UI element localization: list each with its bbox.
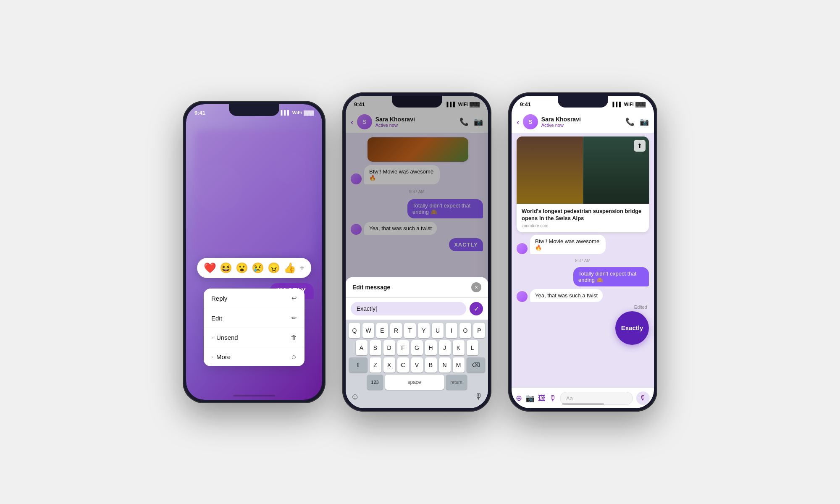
key-backspace[interactable]: ⌫	[467, 357, 485, 373]
camera-icon[interactable]: 📷	[525, 394, 535, 403]
small-avatar-5	[517, 291, 528, 302]
key-a[interactable]: A	[356, 340, 368, 355]
exactly-text: Exactly	[621, 324, 643, 331]
share-icon[interactable]: ⬆	[634, 140, 646, 152]
notch	[229, 104, 279, 116]
key-v[interactable]: V	[411, 357, 423, 373]
call-icon-3[interactable]: 📞	[625, 117, 635, 126]
edited-message-group: Edited Exactly	[615, 304, 649, 345]
emoji-angry[interactable]: 😠	[268, 262, 280, 274]
phone-3: 9:41 ▌▌▌ WiFi ▓▓▓ ‹ S Sara Khosravi	[508, 92, 657, 412]
context-item-edit[interactable]: Edit ✏	[204, 308, 304, 328]
key-u[interactable]: U	[432, 323, 444, 338]
keyboard-row-1: Q W E R T Y U I O P	[347, 323, 486, 338]
key-r[interactable]: R	[390, 323, 402, 338]
home-indicator	[233, 395, 275, 396]
key-s[interactable]: S	[370, 340, 381, 355]
context-item-more[interactable]: › More ☺	[204, 347, 304, 366]
key-l[interactable]: L	[467, 340, 478, 355]
reply-icon: ↩	[291, 294, 297, 302]
edited-label: Edited	[634, 304, 647, 310]
context-item-reply[interactable]: Reply ↩	[204, 289, 304, 308]
received-bubble-text-3: Btw!! Movie was awesome 🔥	[530, 235, 606, 254]
message-input-3[interactable]: Aa	[560, 392, 633, 405]
emoji-cry[interactable]: 😢	[252, 262, 264, 274]
keyboard-row-4: 123 space return	[347, 375, 486, 390]
key-q[interactable]: Q	[349, 323, 360, 338]
emoji-laugh[interactable]: 😆	[220, 262, 232, 274]
gallery-icon[interactable]: 🖼	[538, 394, 546, 403]
key-m[interactable]: M	[453, 357, 465, 373]
key-z[interactable]: Z	[370, 357, 381, 373]
large-card-text: World's longest pedestrian suspension br…	[517, 204, 649, 232]
battery-icon-3: ▓▓▓	[635, 102, 646, 107]
key-x[interactable]: X	[383, 357, 395, 373]
emoji-wow[interactable]: 😮	[236, 262, 248, 274]
key-w[interactable]: W	[362, 323, 374, 338]
contact-status-3: Active now	[541, 123, 622, 128]
keyboard: Q W E R T Y U I O P	[346, 320, 488, 408]
edit-input-row: ✓	[346, 298, 488, 320]
edit-modal-overlay: Edit message × ✓ Q W E	[346, 96, 488, 408]
key-k[interactable]: K	[453, 340, 465, 355]
key-p[interactable]: P	[473, 323, 485, 338]
add-icon[interactable]: ⊕	[516, 394, 522, 403]
key-numbers[interactable]: 123	[367, 375, 383, 390]
input-placeholder: Aa	[566, 395, 573, 402]
received-msg-3: Btw!! Movie was awesome 🔥	[517, 235, 649, 254]
send-mic-button[interactable]: 🎙	[636, 391, 650, 405]
context-reply-label: Reply	[211, 295, 227, 302]
back-button-3[interactable]: ‹	[517, 117, 520, 127]
chat-header-3: ‹ S Sara Khosravi Active now 📞 📷	[512, 111, 654, 133]
key-t[interactable]: T	[404, 323, 416, 338]
key-b[interactable]: B	[425, 357, 437, 373]
key-n[interactable]: N	[439, 357, 451, 373]
phone-2: 9:41 ▌▌▌ WiFi ▓▓▓ ‹ S Sara Khosravi	[342, 92, 491, 412]
key-c[interactable]: C	[397, 357, 409, 373]
exactly-bubble: Exactly	[615, 311, 649, 345]
notch-3	[558, 96, 608, 108]
keyboard-row-2: A S D F G H J K L	[347, 340, 486, 355]
large-card-title: World's longest pedestrian suspension br…	[522, 208, 644, 222]
mic-icon[interactable]: 🎙	[549, 394, 556, 403]
keyboard-emoji-icon[interactable]: ☺	[351, 392, 359, 402]
chat3-body: ⬆ World's longest pedestrian suspension …	[512, 133, 654, 388]
key-f[interactable]: F	[397, 340, 409, 355]
sent-bubble-3: Totally didn't expect that ending 🙈	[573, 267, 649, 286]
video-icon-3[interactable]: 📷	[640, 117, 649, 126]
key-g[interactable]: G	[411, 340, 423, 355]
edit-modal-title: Edit message	[352, 284, 390, 291]
keyboard-mic-icon[interactable]: 🎙	[475, 392, 483, 402]
phone-1: 👁 9:41 ▌▌▌ WiFi ▓▓▓ ❤️ 😆	[183, 101, 326, 403]
key-i[interactable]: I	[446, 323, 457, 338]
phone2-screen: 9:41 ▌▌▌ WiFi ▓▓▓ ‹ S Sara Khosravi	[346, 96, 488, 408]
key-return[interactable]: return	[446, 375, 467, 390]
header-icons-3: 📞 📷	[625, 117, 649, 126]
emoji-thumbsup[interactable]: 👍	[284, 262, 296, 274]
edit-modal-close-button[interactable]: ×	[471, 282, 481, 292]
key-j[interactable]: J	[439, 340, 451, 355]
context-item-unsend[interactable]: › Unsend 🗑	[204, 328, 304, 347]
key-h[interactable]: H	[425, 340, 437, 355]
large-card-image: ⬆	[517, 136, 649, 204]
key-e[interactable]: E	[376, 323, 388, 338]
edit-send-button[interactable]: ✓	[470, 302, 483, 315]
emoji-more-button[interactable]: +	[299, 263, 304, 273]
wifi-icon: WiFi	[292, 110, 302, 115]
edit-message-input[interactable]	[351, 302, 466, 315]
home-indicator-3	[562, 403, 604, 405]
status-icons: ▌▌▌ WiFi ▓▓▓	[281, 110, 314, 115]
emoji-reaction-row[interactable]: ❤️ 😆 😮 😢 😠 👍 +	[197, 258, 311, 278]
emoji-heart[interactable]: ❤️	[204, 262, 216, 274]
header-info-3: Sara Khosravi Active now	[541, 116, 622, 128]
small-avatar-4	[517, 243, 528, 254]
context-unsend-label: Unsend	[216, 334, 238, 341]
key-o[interactable]: O	[459, 323, 471, 338]
received-msg-4: Yea, that was such a twist	[517, 289, 649, 302]
large-link-card[interactable]: ⬆ World's longest pedestrian suspension …	[517, 136, 649, 232]
key-space[interactable]: space	[385, 375, 444, 390]
key-y[interactable]: Y	[418, 323, 430, 338]
edit-modal-header: Edit message ×	[346, 277, 488, 298]
key-shift[interactable]: ⇧	[349, 357, 368, 373]
key-d[interactable]: D	[383, 340, 395, 355]
